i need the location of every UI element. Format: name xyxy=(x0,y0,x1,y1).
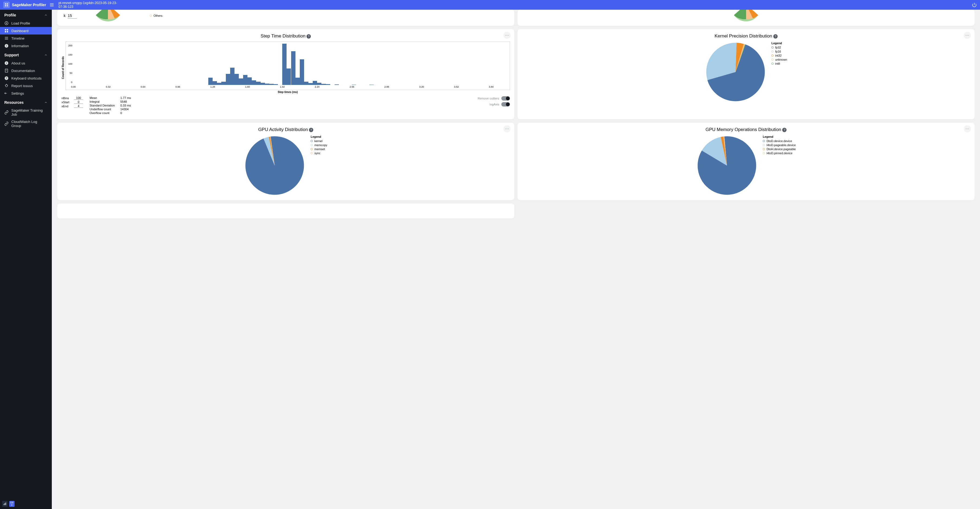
underflow-label: Underflow count xyxy=(89,108,119,111)
svg-rect-0 xyxy=(5,3,6,5)
sidebar-item-information[interactable]: iInformation xyxy=(0,42,52,49)
legend-title: Legend xyxy=(310,135,327,138)
svg-rect-13 xyxy=(7,31,8,32)
sidebar-section-header[interactable]: Profile xyxy=(0,10,52,19)
stats-icon[interactable] xyxy=(2,501,8,507)
x-axis-label: Step times (ms) xyxy=(65,90,510,94)
sidebar-item-load-profile[interactable]: Load Profile xyxy=(0,19,52,27)
svg-rect-11 xyxy=(7,29,8,30)
legend-item: kernel xyxy=(310,140,327,143)
help-icon: ? xyxy=(4,76,9,80)
step-time-card: ⋯ Step Time Distribution? Count of Recor… xyxy=(57,29,514,119)
sidebar-item-label: Keyboard shortcuts xyxy=(11,76,41,80)
legend-item: HtoD.pageable.device xyxy=(763,143,796,147)
std-label: Standard Deviation xyxy=(89,104,119,107)
remove-outliers-label: Remove outliers xyxy=(478,97,499,100)
more-button[interactable]: ⋯ xyxy=(503,125,511,132)
legend-item: int32 xyxy=(772,54,787,57)
logaxis-label: logAxis xyxy=(490,103,499,106)
legend-item: DtoH.device.pageable xyxy=(763,147,796,151)
legend-item: int8 xyxy=(772,62,787,65)
sidebar-item-label: About us xyxy=(11,61,25,65)
legend-title: Legend xyxy=(772,41,787,45)
k-input[interactable] xyxy=(68,13,77,19)
xstart-label: xStart xyxy=(62,101,72,104)
std-value: 0.33 ms xyxy=(120,104,131,107)
svg-rect-1 xyxy=(7,3,8,5)
sidebar-item-keyboard-shortcuts[interactable]: ?Keyboard shortcuts xyxy=(0,75,52,82)
overflow-value: 0 xyxy=(120,111,122,114)
nbins-label: nBins xyxy=(62,97,72,100)
help-icon[interactable]: ? xyxy=(782,128,786,132)
legend-item: unknown xyxy=(772,58,787,61)
svg-rect-12 xyxy=(5,31,6,32)
main-content: k Others xyxy=(52,10,980,509)
y-axis-label: Count of Records xyxy=(62,56,65,79)
power-button[interactable] xyxy=(972,2,977,7)
sidebar-item-documentation[interactable]: Documentation xyxy=(0,67,52,75)
legend-item: memset xyxy=(310,147,327,151)
svg-rect-2 xyxy=(5,5,6,6)
info-icon: i xyxy=(4,44,9,48)
help-icon[interactable]: ? xyxy=(307,34,311,38)
card-title: GPU Memory Operations Distribution xyxy=(706,127,781,132)
integral-label: Integral xyxy=(89,100,119,103)
kernel-precision-card: ⋯ Kernel Precision Distribution? Legend … xyxy=(517,29,975,119)
svg-text:i: i xyxy=(6,62,7,65)
help-icon[interactable]: ? xyxy=(773,34,778,38)
sidebar-item-label: Settings xyxy=(11,91,24,95)
sidebar-item-settings[interactable]: Settings xyxy=(0,89,52,97)
more-button[interactable]: ⋯ xyxy=(503,32,511,39)
integral-value: 5548 xyxy=(120,100,127,103)
sidebar-section-header[interactable]: Resources xyxy=(0,97,52,107)
k-label: k xyxy=(64,13,65,18)
nbins-input[interactable] xyxy=(74,96,83,100)
db-badge[interactable]: D8 0 xyxy=(9,501,14,507)
pie-chart xyxy=(705,41,766,103)
info-icon: i xyxy=(4,61,9,65)
svg-rect-32 xyxy=(5,503,5,505)
sidebar-item-label: Dashboard xyxy=(11,29,29,33)
hamburger-menu-button[interactable] xyxy=(49,2,54,7)
svg-text:?: ? xyxy=(6,77,7,79)
sidebar-item-cloudwatch-log-group[interactable]: CloudWatch Log Group xyxy=(0,118,52,129)
gpu-activity-card: ⋯ GPU Activity Distribution? Legend kern… xyxy=(57,123,514,200)
svg-marker-9 xyxy=(6,22,7,24)
sidebar-item-sagemaker-training-job[interactable]: SageMaker Training Job xyxy=(0,107,52,118)
sidebar-item-report-issuus[interactable]: Report issuus xyxy=(0,82,52,89)
sidebar-item-dashboard[interactable]: Dashboard xyxy=(0,27,52,35)
mean-value: 1.77 ms xyxy=(120,96,131,100)
overflow-label: Overflow count xyxy=(89,111,119,114)
sidebar-item-label: Report issuus xyxy=(11,84,33,88)
dashboard-icon xyxy=(4,29,9,33)
app-logo-icon xyxy=(3,2,10,8)
legend-item: HtoD.pinned.device xyxy=(763,152,796,155)
sidebar-item-label: Information xyxy=(11,44,29,48)
xstart-input[interactable] xyxy=(74,100,83,104)
next-card-peek xyxy=(57,203,514,219)
legend-item: fp16 xyxy=(772,50,787,53)
svg-point-26 xyxy=(5,85,8,87)
svg-rect-33 xyxy=(6,503,6,505)
more-button[interactable]: ⋯ xyxy=(964,32,971,39)
legend-item: memcopy xyxy=(310,143,327,147)
svg-rect-10 xyxy=(5,29,6,30)
more-button[interactable]: ⋯ xyxy=(964,125,971,132)
card-title: Kernel Precision Distribution xyxy=(714,33,772,38)
legend-item: DtoD.device.device xyxy=(763,140,796,143)
legend-item-others: Others xyxy=(150,14,162,17)
help-icon[interactable]: ? xyxy=(309,128,313,132)
compass-icon xyxy=(4,21,9,25)
logaxis-toggle[interactable] xyxy=(501,102,510,106)
sidebar-item-timeline[interactable]: Timeline xyxy=(0,35,52,42)
sidebar-section-header[interactable]: Support xyxy=(0,49,52,59)
pie-chart xyxy=(244,135,305,196)
underflow-value: 14304 xyxy=(120,108,129,111)
sidebar-item-about-us[interactable]: iAbout us xyxy=(0,59,52,67)
card-title: GPU Activity Distribution xyxy=(258,127,308,132)
histogram-plot: 050100150200 0.000.320.640.961.281.601.9… xyxy=(65,41,510,90)
legend-item: sync xyxy=(310,152,327,155)
remove-outliers-toggle[interactable] xyxy=(501,96,510,101)
xend-input[interactable] xyxy=(74,104,83,108)
link-icon xyxy=(4,110,9,114)
